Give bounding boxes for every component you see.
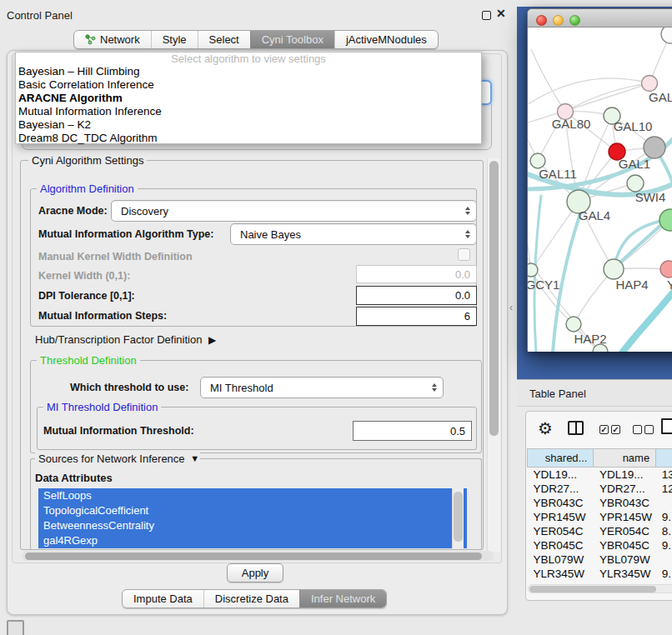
field-value: 0.5 [450, 425, 465, 438]
cell[interactable]: 12 [656, 482, 672, 496]
sources-toggle[interactable]: Sources for Network Inference ▼ [35, 452, 200, 465]
cell[interactable]: YER054C [528, 524, 594, 538]
table-row[interactable]: YER054CYER054C8. [528, 524, 672, 538]
attribute-item[interactable]: SelfLoops [38, 488, 467, 503]
table-row[interactable]: YPR145WYPR145W9. [528, 510, 672, 524]
cell[interactable]: YLR345W [528, 567, 594, 581]
data-attributes-list[interactable]: SelfLoops TopologicalCoefficient Between… [38, 488, 467, 548]
node-swi4[interactable] [659, 209, 672, 231]
mi-steps-field[interactable]: 6 [356, 307, 477, 326]
node-hap4[interactable] [604, 259, 624, 279]
cell[interactable]: YER054C [594, 524, 656, 538]
window-minimize-icon[interactable] [553, 15, 564, 26]
tab-impute-data[interactable]: Impute Data [123, 590, 203, 608]
table-row[interactable]: YLR345WYLR345W9. [528, 567, 672, 581]
cell[interactable]: YBL079W [528, 552, 594, 567]
node-unlabeled[interactable] [661, 28, 672, 43]
table-row[interactable]: YBR043CYBR043C [528, 496, 672, 510]
attribute-item[interactable]: BetweennessCentrality [38, 518, 467, 533]
network-window-titlebar[interactable] [528, 9, 672, 28]
export-table-icon[interactable] [661, 418, 672, 434]
hub-definition-toggle[interactable]: Hub/Transcription Factor Definition ▶ [35, 333, 213, 346]
cell[interactable] [656, 552, 672, 567]
cell[interactable]: YLR345W [594, 567, 656, 581]
window-zoom-icon[interactable] [569, 15, 580, 26]
which-threshold-combo[interactable]: MI Threshold [200, 377, 444, 398]
cell[interactable]: YDR27... [528, 482, 594, 496]
cell[interactable]: 9. [656, 510, 672, 524]
cell[interactable]: YPR145W [594, 510, 656, 524]
attributes-scrollbar-thumb[interactable] [454, 492, 463, 542]
table-row[interactable]: YBL079WYBL079W [528, 552, 672, 567]
select-all-checkbox-icon[interactable]: ✓ [611, 425, 620, 434]
column-visibility-icon[interactable] [568, 421, 584, 435]
table-row[interactable]: YBR045CYBR045C9. [528, 538, 672, 552]
network-canvas[interactable]: GAL GAL80 GAL10 GAL1 GAL11 SWI4 GAL4 GCY… [528, 28, 672, 352]
node-gal[interactable] [642, 76, 658, 92]
node-gcy1[interactable] [528, 263, 538, 277]
tab-select[interactable]: Select [198, 31, 250, 48]
column-header[interactable]: A [656, 449, 672, 468]
control-panel-title: Control Panel [7, 9, 73, 22]
tab-jactivemnodules[interactable]: jActiveMNodules [334, 31, 438, 48]
select-all-checkbox-icon[interactable]: ✓ [599, 425, 609, 434]
dropdown-option-highlighted[interactable]: ARACNE Algorithm [16, 92, 481, 105]
aracne-mode-combo[interactable]: Discovery [111, 200, 477, 222]
deselect-all-checkbox-icon[interactable] [644, 425, 654, 434]
table-settings-gear-icon[interactable]: ⚙ [538, 418, 553, 438]
table-row[interactable]: YDL19...YDL19...13 [528, 468, 672, 482]
column-header[interactable]: shared... [528, 449, 594, 468]
tab-infer-network[interactable]: Infer Network [299, 590, 386, 608]
kernel-width-field[interactable]: 0.0 [356, 265, 477, 283]
cell[interactable]: YBR045C [594, 538, 656, 552]
cell[interactable]: 9. [656, 538, 672, 552]
mi-type-combo[interactable]: Naive Bayes [230, 223, 477, 245]
cell[interactable]: YPR145W [528, 510, 594, 524]
table-header-row: shared... name A [528, 449, 672, 468]
cell[interactable]: YBR045C [528, 538, 594, 552]
node-gal1[interactable] [627, 175, 644, 192]
node-y[interactable] [660, 261, 672, 278]
manual-kernel-checkbox[interactable] [458, 248, 470, 261]
cell[interactable]: 9. [656, 567, 672, 581]
minimized-panel-icon[interactable] [7, 620, 24, 635]
mi-threshold-field[interactable]: 0.5 [353, 421, 472, 441]
table-hscrollbar-thumb[interactable] [529, 586, 656, 592]
close-panel-icon[interactable]: ✕ [496, 7, 506, 20]
settings-hscrollbar-thumb[interactable] [25, 552, 482, 560]
dpi-tolerance-field[interactable]: 0.0 [356, 286, 477, 305]
deselect-all-checkbox-icon[interactable] [633, 425, 642, 434]
dropdown-option[interactable]: Basic Correlation Inference [16, 78, 481, 92]
cell[interactable]: YDL19... [594, 468, 656, 482]
network-view-window[interactable]: GAL GAL80 GAL10 GAL1 GAL11 SWI4 GAL4 GCY… [527, 8, 672, 352]
node-label: Y [667, 278, 672, 292]
dropdown-option[interactable]: Mutual Information Inference [16, 105, 481, 118]
node-label: HAP2 [574, 332, 606, 346]
attribute-item[interactable]: TopologicalCoefficient [38, 503, 467, 518]
node-gray[interactable] [644, 137, 665, 158]
tab-cyni-toolbox[interactable]: Cyni Toolbox [250, 31, 334, 48]
apply-button[interactable]: Apply [227, 563, 283, 582]
node-hap2[interactable] [566, 317, 581, 332]
cell[interactable]: 13 [656, 468, 672, 482]
dropdown-option[interactable]: Bayesian – K2 [16, 118, 481, 132]
attribute-item[interactable]: gal4RGexp [38, 533, 467, 548]
cell[interactable]: 8. [656, 524, 672, 538]
column-header[interactable]: name [594, 449, 656, 468]
dropdown-option[interactable]: Dream8 DC_TDC Algorithm [16, 132, 481, 145]
cell[interactable]: YBL079W [594, 552, 656, 567]
float-panel-icon[interactable] [482, 11, 491, 20]
window-close-icon[interactable] [536, 15, 547, 26]
dropdown-option[interactable]: Bayesian – Hill Climbing [16, 65, 481, 78]
table-row[interactable]: YDR27...YDR27...12 [528, 482, 672, 496]
tab-style[interactable]: Style [151, 31, 198, 48]
cell[interactable] [656, 496, 672, 510]
settings-vscrollbar-thumb[interactable] [489, 161, 499, 436]
panel-divider-collapse-icon[interactable]: ‹ [509, 302, 513, 313]
cell[interactable]: YDL19... [528, 468, 594, 482]
cell[interactable]: YBR043C [528, 496, 594, 510]
cell[interactable]: YDR27... [594, 482, 656, 496]
cell[interactable]: YBR043C [594, 496, 656, 510]
tab-discretize-data[interactable]: Discretize Data [203, 590, 299, 608]
tab-network[interactable]: Network [74, 31, 151, 48]
